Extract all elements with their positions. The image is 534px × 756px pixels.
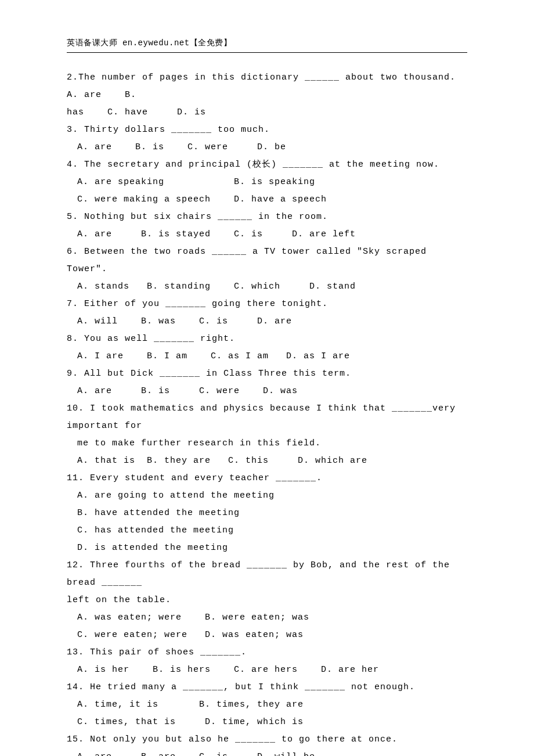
text-line: A. stands B. standing C. which D. stand xyxy=(67,278,467,296)
text-line: A. are B. are C. is D. will be xyxy=(67,748,467,756)
text-line: 9. All but Dick _______ in Class Three t… xyxy=(67,365,467,383)
text-line: D. is attended the meeting xyxy=(67,539,467,557)
text-line: A. was eaten; were B. were eaten; was xyxy=(67,609,467,627)
text-line: A. are speaking B. is speaking xyxy=(67,174,467,191)
text-line: A. is her B. is hers C. are hers D. are … xyxy=(67,661,467,679)
text-line: C. were eaten; were D. was eaten; was xyxy=(67,627,467,644)
text-line: B. have attended the meeting xyxy=(67,505,467,522)
text-line: has C. have D. is xyxy=(67,104,467,121)
text-line: 11. Every student and every teacher ____… xyxy=(67,470,467,487)
text-line: 7. Either of you _______ going there ton… xyxy=(67,296,467,313)
text-line: A. will B. was C. is D. are xyxy=(67,313,467,330)
text-line: 13. This pair of shoes _______. xyxy=(67,644,467,661)
text-line: 3. Thirty dollars _______ too much. xyxy=(67,121,467,139)
text-line: C. were making a speech D. have a speech xyxy=(67,191,467,208)
text-line: 10. I took mathematics and physics becau… xyxy=(67,400,467,435)
text-line: C. has attended the meeting xyxy=(67,522,467,539)
text-line: 5. Nothing but six chairs ______ in the … xyxy=(67,208,467,226)
text-line: 15. Not only you but also he _______ to … xyxy=(67,731,467,748)
text-line: A. are B. is C. were D. be xyxy=(67,139,467,156)
text-line: A. are B. is C. were D. was xyxy=(67,383,467,400)
text-line: A. are going to attend the meeting xyxy=(67,487,467,505)
text-line: 4. The secretary and principal (校长) ____… xyxy=(67,156,467,174)
text-line: A. time, it is B. times, they are xyxy=(67,696,467,714)
text-line: 12. Three fourths of the bread _______ b… xyxy=(67,557,467,592)
text-line: left on the table. xyxy=(67,592,467,609)
document-body: 2.The number of pages in this dictionary… xyxy=(67,69,467,756)
text-line: A. that is B. they are C. this D. which … xyxy=(67,452,467,470)
page-header: 英语备课大师 en.eywedu.net【全免费】 xyxy=(67,35,467,53)
text-line: A. are B. is stayed C. is D. are left xyxy=(67,226,467,243)
text-line: me to make further research in this fiel… xyxy=(67,435,467,452)
text-line: 2.The number of pages in this dictionary… xyxy=(67,69,467,104)
text-line: 8. You as well _______ right. xyxy=(67,330,467,348)
text-line: A. I are B. I am C. as I am D. as I are xyxy=(67,348,467,365)
text-line: 14. He tried many a _______, but I think… xyxy=(67,679,467,696)
text-line: C. times, that is D. time, which is xyxy=(67,714,467,731)
document-page: 英语备课大师 en.eywedu.net【全免费】 2.The number o… xyxy=(0,0,534,756)
text-line: 6. Between the two roads ______ a TV tow… xyxy=(67,243,467,278)
